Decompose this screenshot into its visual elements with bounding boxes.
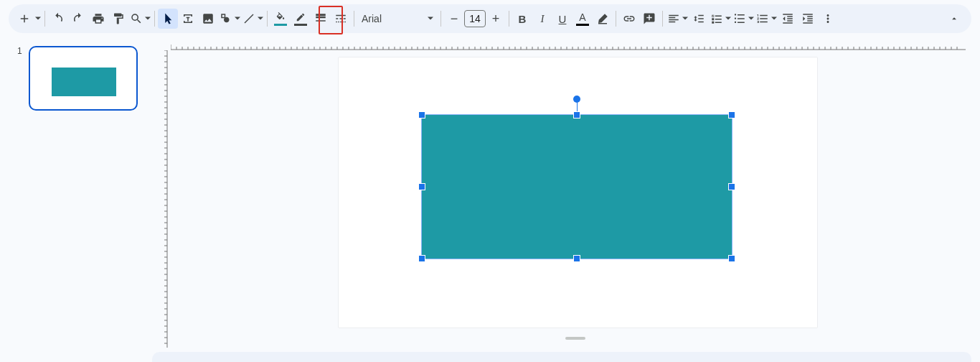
image-button[interactable] — [198, 9, 218, 29]
font-family-select[interactable]: Arial — [357, 9, 438, 29]
textbox-button[interactable] — [178, 9, 198, 29]
toolbar-separator — [440, 11, 441, 27]
decrease-indent-button[interactable] — [778, 9, 798, 29]
increase-font-button[interactable]: + — [486, 9, 506, 29]
italic-button[interactable]: I — [532, 9, 552, 29]
checklist-dropdown[interactable] — [725, 16, 732, 22]
resize-handle-sw[interactable] — [419, 256, 425, 261]
insert-link-button[interactable] — [619, 9, 639, 29]
increase-indent-button[interactable] — [798, 9, 818, 29]
highlight-color-button[interactable] — [593, 9, 613, 29]
speaker-notes-resize-handle[interactable] — [565, 337, 585, 340]
resize-handle-w[interactable] — [419, 184, 425, 190]
toolbar-separator — [267, 11, 268, 27]
toolbar-separator — [44, 11, 45, 27]
toolbar-separator — [154, 11, 155, 27]
new-slide-button[interactable] — [14, 9, 34, 29]
canvas-area — [156, 39, 980, 362]
insert-comment-button[interactable] — [639, 9, 659, 29]
border-dash-button[interactable] — [331, 9, 351, 29]
slide-thumbnail-1[interactable] — [29, 46, 138, 111]
toolbar-separator — [616, 11, 616, 27]
toolbar-separator — [662, 11, 663, 27]
redo-button[interactable] — [68, 9, 88, 29]
main-toolbar: Arial − 14 + B I U A — [9, 4, 971, 33]
zoom-dropdown[interactable] — [144, 16, 151, 22]
slide-canvas[interactable] — [339, 57, 817, 328]
line-dropdown[interactable] — [257, 16, 264, 22]
text-color-button[interactable]: A — [573, 9, 593, 29]
bottom-bar — [152, 352, 971, 362]
line-spacing-button[interactable] — [689, 9, 709, 29]
border-weight-button[interactable] — [311, 9, 331, 29]
slide-number: 1 — [17, 46, 22, 56]
more-options-button[interactable] — [818, 9, 838, 29]
rotation-handle[interactable] — [573, 96, 580, 103]
paint-format-button[interactable] — [108, 9, 128, 29]
align-dropdown[interactable] — [682, 16, 689, 22]
selected-rectangle-shape[interactable] — [422, 115, 732, 259]
fill-color-swatch — [274, 24, 287, 26]
shape-button[interactable] — [218, 9, 234, 29]
zoom-button[interactable] — [128, 9, 144, 29]
numbered-list-button[interactable] — [755, 9, 771, 29]
resize-handle-nw[interactable] — [419, 112, 425, 118]
font-size-input[interactable]: 14 — [464, 10, 486, 27]
align-button[interactable] — [666, 9, 682, 29]
numbered-list-dropdown[interactable] — [771, 16, 778, 22]
shape-dropdown[interactable] — [234, 16, 241, 22]
line-button[interactable] — [241, 9, 257, 29]
horizontal-ruler[interactable] — [171, 39, 966, 50]
font-family-label: Arial — [362, 13, 428, 24]
toolbar-separator — [354, 11, 354, 27]
bulleted-list-dropdown[interactable] — [748, 16, 755, 22]
checklist-button[interactable] — [709, 9, 725, 29]
bulleted-list-button[interactable] — [732, 9, 748, 29]
thumbnail-shape — [52, 68, 116, 96]
new-slide-dropdown[interactable] — [34, 16, 42, 22]
border-color-swatch — [294, 24, 307, 26]
border-color-button[interactable] — [291, 9, 311, 29]
decrease-font-button[interactable]: − — [444, 9, 464, 29]
slide-panel: 1 — [0, 39, 151, 362]
print-button[interactable] — [88, 9, 108, 29]
vertical-ruler[interactable] — [156, 50, 168, 348]
fill-color-button[interactable] — [270, 9, 291, 29]
undo-button[interactable] — [48, 9, 68, 29]
collapse-toolbar-button[interactable] — [946, 10, 963, 27]
underline-button[interactable]: U — [552, 9, 573, 29]
resize-handle-ne[interactable] — [729, 112, 735, 118]
text-color-swatch — [576, 24, 589, 26]
bold-button[interactable]: B — [512, 9, 532, 29]
resize-handle-e[interactable] — [729, 184, 735, 190]
select-tool-button[interactable] — [158, 9, 178, 29]
resize-handle-n[interactable] — [574, 112, 580, 118]
resize-handle-se[interactable] — [729, 256, 735, 261]
toolbar-separator — [509, 11, 509, 27]
resize-handle-s[interactable] — [574, 256, 580, 261]
